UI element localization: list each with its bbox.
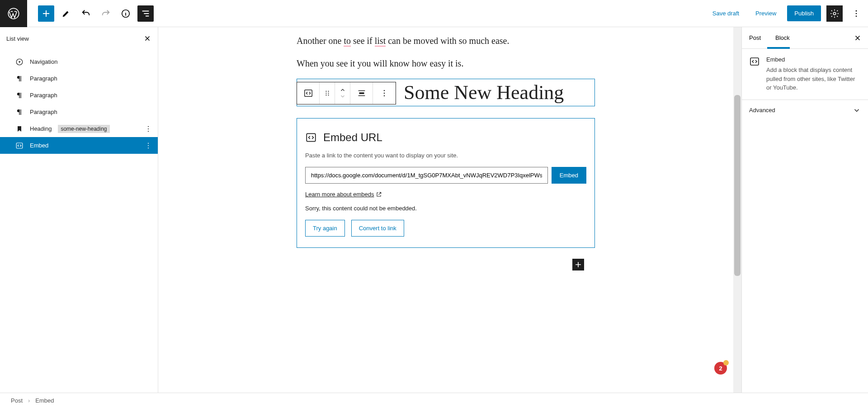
spellcheck-mark: to xyxy=(344,36,351,47)
list-item-label: Heading xyxy=(30,125,52,132)
embed-block[interactable]: Embed URL Paste a link to the content yo… xyxy=(297,118,595,248)
list-item-options-button[interactable] xyxy=(144,125,152,133)
svg-rect-10 xyxy=(16,143,23,148)
add-block-button[interactable] xyxy=(38,5,54,22)
list-item-label: Navigation xyxy=(30,58,57,65)
list-item-anchor-tag: some-new-heading xyxy=(58,125,109,133)
embed-error-message: Sorry, this content could not be embedde… xyxy=(305,205,586,212)
embed-submit-button[interactable]: Embed xyxy=(552,167,586,184)
publish-button[interactable]: Publish xyxy=(787,5,821,21)
tab-post[interactable]: Post xyxy=(742,27,768,48)
paragraph-block[interactable]: When you see it you will know how easy i… xyxy=(297,56,595,71)
list-item-label: Paragraph xyxy=(30,92,57,99)
embed-icon xyxy=(15,142,24,150)
edit-tool-button[interactable] xyxy=(58,5,74,22)
editor-top-bar: Save draft Preview Publish xyxy=(0,0,868,27)
redo-button[interactable] xyxy=(98,5,114,22)
svg-point-18 xyxy=(328,93,329,94)
move-down-button[interactable] xyxy=(340,93,346,100)
top-tools xyxy=(27,5,154,22)
info-button[interactable] xyxy=(118,5,134,22)
close-inspector-button[interactable] xyxy=(847,27,868,48)
list-view-items: Navigation Paragraph Paragraph Paragraph… xyxy=(0,50,158,393)
breadcrumb-item[interactable]: Embed xyxy=(35,397,54,404)
svg-point-7 xyxy=(148,126,149,127)
breadcrumb: Post › Embed xyxy=(0,393,868,408)
inspector-block-name: Embed xyxy=(766,56,861,63)
svg-rect-26 xyxy=(750,58,759,65)
undo-button[interactable] xyxy=(78,5,94,22)
svg-point-2 xyxy=(833,12,836,15)
list-item-label: Paragraph xyxy=(30,75,57,82)
embed-block-title: Embed URL xyxy=(323,131,382,144)
svg-point-3 xyxy=(856,10,857,11)
list-view-title: List view xyxy=(6,35,29,42)
list-item-navigation[interactable]: Navigation xyxy=(0,53,158,70)
paragraph-icon xyxy=(15,91,24,100)
svg-point-11 xyxy=(148,142,149,143)
add-block-after-button[interactable] xyxy=(572,259,584,270)
svg-point-12 xyxy=(148,145,149,146)
svg-point-8 xyxy=(148,128,149,129)
wordpress-logo[interactable] xyxy=(0,0,27,27)
canvas-scrollbar[interactable] xyxy=(733,27,741,393)
inspector-advanced-section[interactable]: Advanced xyxy=(742,100,868,121)
paragraph-icon xyxy=(15,75,24,83)
svg-point-17 xyxy=(326,93,326,94)
list-item-label: Embed xyxy=(30,142,48,149)
move-buttons xyxy=(335,82,350,104)
embed-description: Paste a link to the content you want to … xyxy=(305,152,586,159)
chevron-right-icon: › xyxy=(28,397,30,404)
settings-button[interactable] xyxy=(826,5,843,22)
list-item-paragraph[interactable]: Paragraph xyxy=(0,70,158,87)
paragraph-block[interactable]: Another one to see if list can be moved … xyxy=(297,33,595,48)
list-item-options-button[interactable] xyxy=(144,142,152,150)
heading-block[interactable]: Some New Heading xyxy=(297,79,595,106)
close-list-view-button[interactable] xyxy=(143,34,151,43)
breadcrumb-item[interactable]: Post xyxy=(11,397,23,404)
block-toolbar xyxy=(297,82,396,104)
drag-handle[interactable] xyxy=(320,82,335,104)
move-up-button[interactable] xyxy=(340,87,346,93)
block-type-button[interactable] xyxy=(297,82,320,104)
chevron-down-icon xyxy=(853,106,861,114)
embed-icon xyxy=(749,56,760,67)
learn-more-link[interactable]: Learn more about embeds xyxy=(305,191,382,198)
convert-to-link-button[interactable]: Convert to link xyxy=(351,220,404,237)
svg-point-5 xyxy=(856,15,857,17)
svg-point-9 xyxy=(148,131,149,132)
list-view-button[interactable] xyxy=(137,5,154,22)
svg-point-22 xyxy=(384,90,385,91)
save-draft-button[interactable]: Save draft xyxy=(707,6,745,20)
tab-block[interactable]: Block xyxy=(768,27,797,48)
svg-rect-25 xyxy=(307,133,316,141)
list-item-heading[interactable]: Heading some-new-heading xyxy=(0,120,158,137)
svg-point-13 xyxy=(148,147,149,148)
top-bar-right: Save draft Preview Publish xyxy=(707,5,868,22)
top-bar-left xyxy=(0,0,154,27)
svg-point-24 xyxy=(384,95,385,97)
align-button[interactable] xyxy=(350,82,373,104)
more-options-button[interactable] xyxy=(848,5,864,22)
inspector-block-description: Add a block that displays content pulled… xyxy=(766,66,861,92)
svg-point-15 xyxy=(326,91,326,92)
editor-canvas[interactable]: Another one to see if list can be moved … xyxy=(158,27,733,393)
heading-icon xyxy=(15,125,24,133)
block-more-button[interactable] xyxy=(373,82,396,104)
list-item-paragraph[interactable]: Paragraph xyxy=(0,87,158,104)
list-item-label: Paragraph xyxy=(30,109,57,115)
preview-button[interactable]: Preview xyxy=(750,6,782,20)
svg-point-16 xyxy=(328,91,329,92)
notification-badge[interactable]: 2 xyxy=(714,362,727,375)
embed-url-input[interactable] xyxy=(305,167,548,184)
list-item-paragraph[interactable]: Paragraph xyxy=(0,104,158,120)
list-item-embed[interactable]: Embed xyxy=(0,137,158,154)
svg-point-23 xyxy=(384,93,385,94)
embed-icon xyxy=(305,132,317,143)
svg-rect-21 xyxy=(359,92,364,94)
compass-icon xyxy=(15,58,24,66)
try-again-button[interactable]: Try again xyxy=(305,220,345,237)
svg-point-20 xyxy=(328,95,329,95)
list-view-panel: List view Navigation Paragraph Paragraph… xyxy=(0,27,158,393)
svg-point-4 xyxy=(856,13,857,14)
